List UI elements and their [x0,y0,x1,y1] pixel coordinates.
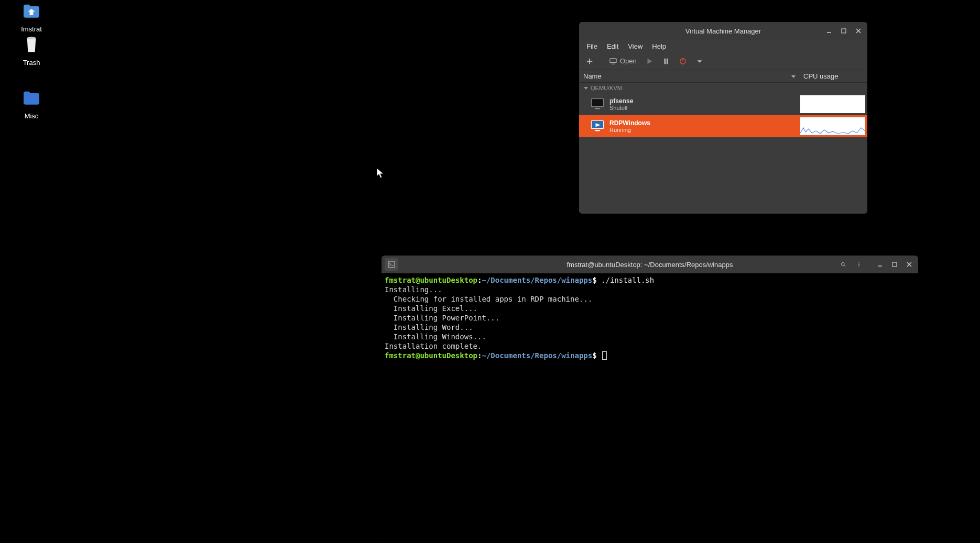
desktop-icon-folder[interactable]: Misc [10,87,52,120]
menu-file[interactable]: File [582,41,602,51]
shutdown-menu-button[interactable] [692,54,707,69]
terminal-window: fmstrat@ubuntuDesktop: ~/Documents/Repos… [382,256,918,542]
vm-row-rdpwindows[interactable]: RDPWindows Running [579,115,867,137]
desktop-icon-label: fmstrat [21,25,42,33]
terminal-titlebar[interactable]: fmstrat@ubuntuDesktop: ~/Documents/Repos… [382,256,918,273]
minimize-button[interactable] [822,25,836,37]
desktop-icon-label: Trash [23,59,40,67]
menu-button[interactable] [852,259,866,270]
svg-rect-5 [592,99,603,106]
terminal-body[interactable]: fmstrat@ubuntuDesktop:~/Documents/Repos/… [382,273,918,542]
new-vm-button[interactable] [582,54,597,69]
vmm-connection-row[interactable]: QEMU/KVM [579,83,867,93]
pause-icon [662,58,670,65]
vmm-window: Virtual Machine Manager File Edit View H… [579,22,867,214]
vmm-title: Virtual Machine Manager [685,27,761,35]
chevron-down-icon [583,85,589,91]
menu-edit[interactable]: Edit [603,41,623,51]
vm-name: RDPWindows [609,119,800,127]
vmm-toolbar: Open [579,52,867,70]
svg-rect-2 [610,58,616,62]
mouse-cursor-icon [376,168,385,179]
monitor-icon [609,58,617,65]
kebab-icon [856,262,862,267]
terminal-icon [388,261,395,268]
vm-cpu-graph [800,95,865,113]
power-icon [679,58,687,65]
vmm-titlebar[interactable]: Virtual Machine Manager [579,22,867,40]
vmm-list: QEMU/KVM pfsense Shutoff RDPWindows Runn… [579,83,867,214]
svg-rect-9 [388,261,395,268]
open-label: Open [620,57,637,65]
svg-rect-14 [892,262,897,267]
svg-point-12 [858,264,859,265]
svg-rect-1 [842,29,846,33]
folder-icon [20,87,43,110]
svg-point-13 [858,265,859,267]
shutdown-vm-button[interactable] [676,54,690,69]
column-name[interactable]: Name [579,72,799,80]
minimize-button[interactable] [873,259,887,270]
vmm-column-headers: Name CPU usage [579,70,867,83]
svg-rect-6 [595,108,600,109]
vm-icon [587,119,607,134]
vm-cpu-graph [800,117,865,135]
vm-state: Running [609,127,800,133]
home-icon [20,0,43,23]
chevron-down-icon [696,58,703,65]
vm-icon [587,97,607,112]
svg-point-10 [841,262,844,265]
svg-point-11 [858,262,859,263]
menu-view[interactable]: View [624,41,647,51]
terminal-title: fmstrat@ubuntuDesktop: ~/Documents/Repos… [567,261,733,269]
close-button[interactable] [852,25,865,37]
maximize-button[interactable] [837,25,851,37]
svg-rect-8 [595,130,600,131]
trash-icon [20,34,43,57]
desktop-icon-label: Misc [25,112,39,120]
desktop-icon-trash[interactable]: Trash [10,34,52,67]
search-icon [841,262,846,267]
search-button[interactable] [836,259,850,270]
column-cpu[interactable]: CPU usage [799,72,867,80]
desktop-icon-home[interactable]: fmstrat [10,0,52,33]
pause-vm-button[interactable] [659,54,673,69]
vm-row-pfsense[interactable]: pfsense Shutoff [579,93,867,115]
play-icon [646,58,653,65]
open-vm-button[interactable]: Open [606,54,640,69]
svg-point-0 [27,37,36,39]
menu-help[interactable]: Help [648,41,670,51]
vm-state: Shutoff [609,105,800,111]
sort-indicator-icon [791,74,796,79]
close-button[interactable] [902,259,916,270]
maximize-button[interactable] [888,259,901,270]
new-tab-button[interactable] [385,258,398,271]
vmm-menubar: File Edit View Help [579,40,867,52]
vm-name: pfsense [609,97,800,105]
run-vm-button[interactable] [642,54,657,69]
